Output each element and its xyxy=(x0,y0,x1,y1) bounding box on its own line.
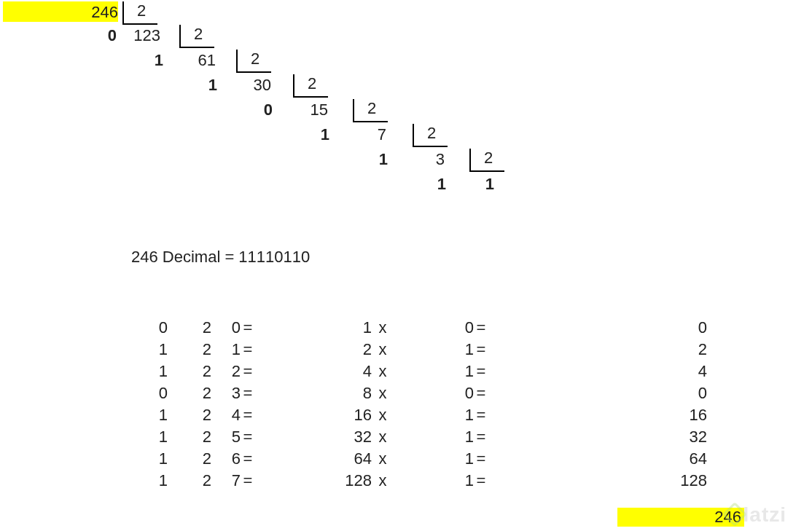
final-quotient: 1 xyxy=(477,175,494,194)
table-cell: 1 xyxy=(211,339,241,361)
table-cell: 32 xyxy=(488,426,707,448)
table-cell: 4 xyxy=(255,361,372,382)
table-cell: 1 xyxy=(255,317,372,339)
table-cell: = xyxy=(474,448,488,470)
verification-row: 126=64x1=64 xyxy=(109,448,743,470)
table-cell: 64 xyxy=(488,448,707,470)
table-cell: 0 xyxy=(109,382,168,404)
table-cell: 1 xyxy=(394,339,474,361)
remainder-2: 1 xyxy=(200,76,217,95)
table-cell: 2 xyxy=(255,339,372,361)
divisor-5: 2 xyxy=(413,124,448,147)
watermark-text: latzi xyxy=(743,503,786,526)
table-cell: x xyxy=(372,448,394,470)
verification-row: 023=8x0=0 xyxy=(109,382,743,404)
table-cell: 1 xyxy=(109,404,168,426)
verification-row: 125=32x1=32 xyxy=(109,426,743,448)
table-cell: = xyxy=(241,361,255,382)
divisor-3: 2 xyxy=(293,74,328,98)
divisor-6: 2 xyxy=(469,149,504,172)
table-cell: x xyxy=(372,317,394,339)
dividend-6: 3 xyxy=(423,150,445,169)
table-cell: = xyxy=(241,426,255,448)
table-cell: 128 xyxy=(488,470,707,492)
table-cell: x xyxy=(372,339,394,361)
table-cell: = xyxy=(241,339,255,361)
dividend-5: 7 xyxy=(364,125,386,144)
table-cell: 0 xyxy=(394,382,474,404)
watermark: latzi xyxy=(726,503,786,527)
dividend-1: 123 xyxy=(124,26,160,45)
divisor-1: 2 xyxy=(179,25,214,48)
table-cell: 1 xyxy=(109,470,168,492)
table-cell: 1 xyxy=(109,339,168,361)
verification-row: 020=1x0=0 xyxy=(109,317,743,339)
table-cell: 2 xyxy=(168,426,211,448)
remainder-6: 1 xyxy=(429,175,446,194)
table-cell: 1 xyxy=(394,361,474,382)
table-cell: 1 xyxy=(109,448,168,470)
table-cell: 16 xyxy=(255,404,372,426)
dividend-3: 30 xyxy=(242,76,271,95)
table-cell: 3 xyxy=(211,382,241,404)
dividend-4: 15 xyxy=(299,101,328,119)
table-cell: 2 xyxy=(168,361,211,382)
table-cell: x xyxy=(372,382,394,404)
remainder-0: 0 xyxy=(99,26,117,45)
table-cell: 1 xyxy=(394,404,474,426)
table-cell: x xyxy=(372,470,394,492)
table-cell: 16 xyxy=(488,404,707,426)
table-cell: 2 xyxy=(168,448,211,470)
page-canvas: 246 2 0 123 2 1 61 2 1 30 2 0 15 2 1 7 2… xyxy=(0,0,812,531)
table-cell: x xyxy=(372,426,394,448)
table-cell: 0 xyxy=(488,317,707,339)
table-cell: = xyxy=(474,339,488,361)
conversion-statement: 246 Decimal = 11110110 xyxy=(131,248,310,267)
divisor-2: 2 xyxy=(236,50,271,73)
table-cell: x xyxy=(372,361,394,382)
table-cell: = xyxy=(474,470,488,492)
table-cell: = xyxy=(241,382,255,404)
table-cell: 2 xyxy=(168,470,211,492)
remainder-5: 1 xyxy=(370,150,388,169)
table-cell: 0 xyxy=(109,317,168,339)
verification-table: 020=1x0=0 121=2x1=2 122=4x1=4 023=8x0=0 … xyxy=(109,317,743,492)
table-cell: x xyxy=(372,404,394,426)
table-cell: = xyxy=(474,361,488,382)
divisor-0: 2 xyxy=(122,1,157,25)
table-cell: = xyxy=(474,317,488,339)
verification-row: 127=128x1=128 xyxy=(109,470,743,492)
table-cell: 2 xyxy=(168,317,211,339)
remainder-1: 1 xyxy=(146,51,163,70)
dividend-2: 61 xyxy=(187,51,216,70)
table-cell: 2 xyxy=(168,339,211,361)
remainder-4: 1 xyxy=(312,125,329,144)
divisor-4: 2 xyxy=(353,99,388,122)
table-cell: 5 xyxy=(211,426,241,448)
table-cell: 8 xyxy=(255,382,372,404)
remainder-3: 0 xyxy=(255,101,273,119)
table-cell: = xyxy=(474,404,488,426)
table-cell: 1 xyxy=(394,426,474,448)
table-cell: 0 xyxy=(394,317,474,339)
table-cell: = xyxy=(241,448,255,470)
table-cell: 32 xyxy=(255,426,372,448)
table-cell: 64 xyxy=(255,448,372,470)
verification-row: 121=2x1=2 xyxy=(109,339,743,361)
table-cell: 0 xyxy=(211,317,241,339)
table-cell: 4 xyxy=(211,404,241,426)
table-cell: 2 xyxy=(488,339,707,361)
verification-row: 124=16x1=16 xyxy=(109,404,743,426)
verification-row: 122=4x1=4 xyxy=(109,361,743,382)
table-cell: 1 xyxy=(394,470,474,492)
table-cell: 2 xyxy=(168,404,211,426)
table-cell: 6 xyxy=(211,448,241,470)
table-cell: 7 xyxy=(211,470,241,492)
table-cell: 1 xyxy=(394,448,474,470)
table-cell: 128 xyxy=(255,470,372,492)
table-cell: = xyxy=(241,404,255,426)
table-cell: 2 xyxy=(168,382,211,404)
table-cell: = xyxy=(474,426,488,448)
dividend-0: 246 xyxy=(82,3,118,22)
table-cell: 1 xyxy=(109,361,168,382)
